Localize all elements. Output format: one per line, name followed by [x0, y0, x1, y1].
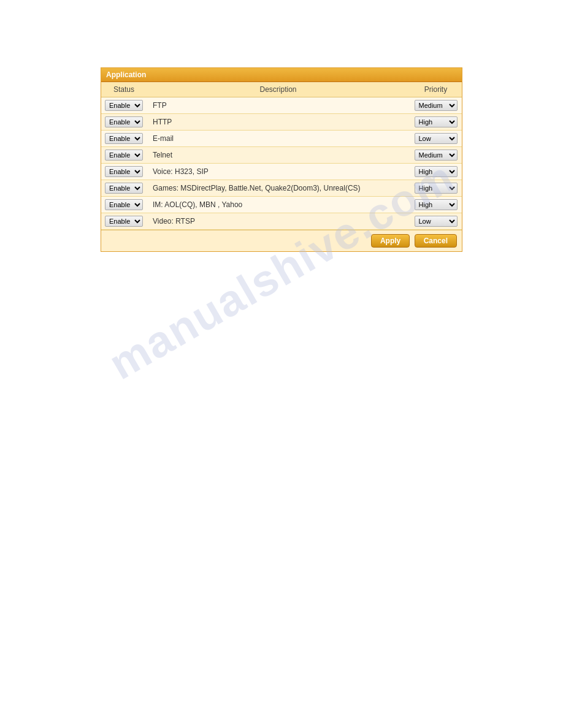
status-select-7[interactable]: EnableDisable [105, 199, 143, 210]
description-cell-8: Video: RTSP [147, 213, 410, 230]
priority-select-3[interactable]: LowMediumHigh [415, 133, 458, 144]
description-cell-3: E-mail [147, 131, 410, 147]
status-select-8[interactable]: EnableDisable [105, 216, 143, 227]
description-cell-6: Games: MSDirectPlay, Battle.Net, Quake2(… [147, 180, 410, 197]
priority-select-5[interactable]: LowMediumHigh [415, 166, 458, 177]
panel-title: Application [106, 70, 146, 79]
priority-select-4[interactable]: LowMediumHigh [415, 150, 458, 161]
priority-select-8[interactable]: LowMediumHigh [415, 216, 458, 227]
table-row: EnableDisableFTPLowMediumHigh [101, 97, 462, 114]
description-cell-7: IM: AOL(CQ), MBN , Yahoo [147, 197, 410, 213]
table-row: EnableDisableHTTPLowMediumHigh [101, 114, 462, 131]
table-row: EnableDisableE-mailLowMediumHigh [101, 131, 462, 147]
table-row: EnableDisableVideo: RTSPLowMediumHigh [101, 213, 462, 230]
main-container: Application Status Description Priority … [101, 67, 462, 728]
panel-header: Application [101, 68, 462, 82]
priority-select-6[interactable]: LowMediumHigh [415, 183, 458, 194]
col-header-status: Status [101, 82, 147, 97]
priority-select-7[interactable]: LowMediumHigh [415, 199, 458, 210]
description-cell-2: HTTP [147, 114, 410, 131]
col-header-priority: Priority [410, 82, 462, 97]
status-select-6[interactable]: EnableDisable [105, 183, 143, 194]
apply-button[interactable]: Apply [371, 234, 410, 248]
col-header-description: Description [147, 82, 410, 97]
status-select-2[interactable]: EnableDisable [105, 116, 143, 127]
priority-select-1[interactable]: LowMediumHigh [415, 100, 458, 111]
description-cell-1: FTP [147, 97, 410, 114]
cancel-button[interactable]: Cancel [415, 234, 457, 248]
description-cell-5: Voice: H323, SIP [147, 164, 410, 180]
status-select-4[interactable]: EnableDisable [105, 150, 143, 161]
status-select-3[interactable]: EnableDisable [105, 133, 143, 144]
table-row: EnableDisableTelnetLowMediumHigh [101, 147, 462, 164]
application-table: Status Description Priority EnableDisabl… [101, 82, 462, 230]
panel-footer: Apply Cancel [101, 230, 462, 251]
table-row: EnableDisableIM: AOL(CQ), MBN , YahooLow… [101, 197, 462, 213]
table-row: EnableDisableGames: MSDirectPlay, Battle… [101, 180, 462, 197]
priority-select-2[interactable]: LowMediumHigh [415, 116, 458, 127]
table-row: EnableDisableVoice: H323, SIPLowMediumHi… [101, 164, 462, 180]
status-select-5[interactable]: EnableDisable [105, 166, 143, 177]
status-select-1[interactable]: EnableDisable [105, 100, 143, 111]
page-wrapper: manualshive.com Application Status Descr… [0, 0, 563, 728]
description-cell-4: Telnet [147, 147, 410, 164]
application-panel: Application Status Description Priority … [101, 67, 462, 252]
